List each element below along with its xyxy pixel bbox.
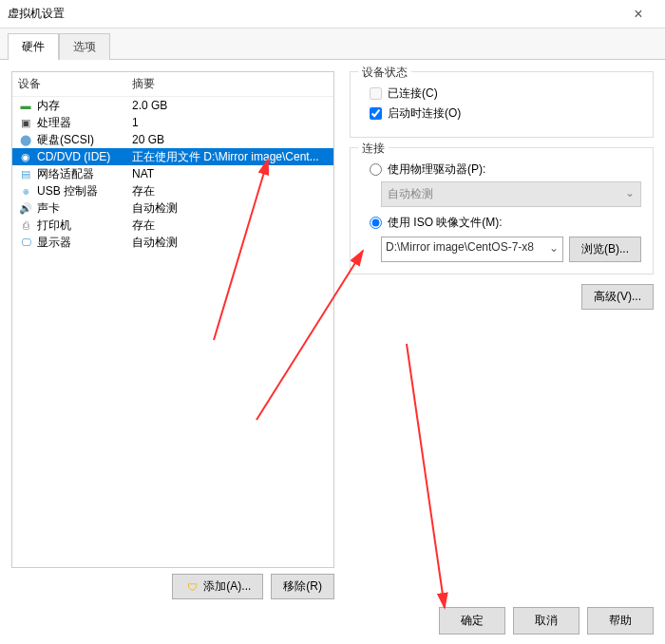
tab-hardware[interactable]: 硬件: [8, 33, 59, 60]
tab-strip: 硬件 选项: [0, 28, 665, 60]
device-list-header: 设备 摘要: [12, 72, 333, 97]
device-row[interactable]: ⎙打印机存在: [12, 217, 333, 234]
device-row[interactable]: ⬤硬盘(SCSI)20 GB: [12, 131, 333, 148]
device-name: 硬盘(SCSI): [37, 132, 94, 148]
connected-checkbox: [370, 87, 382, 100]
advanced-button[interactable]: 高级(V)...: [581, 284, 654, 310]
device-summary: 自动检测: [132, 200, 328, 217]
iso-path-value: D:\Mirror image\CentOS-7-x8: [386, 240, 534, 254]
connection-title: 连接: [358, 141, 389, 157]
shield-icon: 🛡: [184, 580, 200, 594]
device-name: CD/DVD (IDE): [37, 150, 110, 163]
col-device-header: 设备: [18, 76, 132, 92]
add-device-button[interactable]: 🛡 添加(A)...: [172, 574, 263, 599]
iso-path-combo[interactable]: D:\Mirror image\CentOS-7-x8 ⌄: [381, 237, 563, 262]
dialog-body: 设备 摘要 ▬内存2.0 GB▣处理器1⬤硬盘(SCSI)20 GB◉CD/DV…: [0, 60, 665, 611]
device-summary: 自动检测: [132, 235, 328, 251]
device-status-group: 设备状态 已连接(C) 启动时连接(O): [350, 71, 654, 138]
remove-device-button[interactable]: 移除(R): [271, 574, 334, 599]
device-name: 网络适配器: [37, 166, 94, 182]
nic-icon: ▤: [18, 167, 33, 180]
usb-icon: ⎈: [18, 184, 33, 198]
titlebar: 虚拟机设置 ×: [0, 0, 665, 28]
connect-at-poweron-checkbox[interactable]: [370, 107, 382, 120]
physical-drive-row[interactable]: 使用物理驱动器(P):: [370, 161, 641, 178]
sound-icon: 🔊: [18, 201, 33, 215]
memory-icon: ▬: [18, 99, 33, 112]
device-summary: NAT: [132, 167, 328, 180]
device-row[interactable]: 🔊声卡自动检测: [12, 199, 333, 217]
device-summary: 正在使用文件 D:\Mirror image\Cent...: [132, 149, 328, 165]
display-icon: 🖵: [18, 236, 33, 249]
iso-file-label: 使用 ISO 映像文件(M):: [388, 215, 503, 231]
device-name: 打印机: [37, 218, 71, 234]
add-device-label: 添加(A)...: [203, 578, 251, 595]
device-summary: 存在: [132, 183, 328, 199]
iso-path-row: D:\Mirror image\CentOS-7-x8 ⌄ 浏览(B)...: [381, 237, 641, 262]
connected-label: 已连接(C): [388, 85, 438, 102]
device-summary: 20 GB: [132, 133, 328, 146]
device-row[interactable]: ◉CD/DVD (IDE)正在使用文件 D:\Mirror image\Cent…: [12, 148, 333, 165]
disk-icon: ⬤: [18, 133, 33, 146]
device-summary: 1: [132, 116, 328, 129]
printer-icon: ⎙: [18, 218, 33, 232]
device-row[interactable]: 🖵显示器自动检测: [12, 234, 333, 251]
left-panel: 设备 摘要 ▬内存2.0 GB▣处理器1⬤硬盘(SCSI)20 GB◉CD/DV…: [11, 71, 334, 599]
device-list: 设备 摘要 ▬内存2.0 GB▣处理器1⬤硬盘(SCSI)20 GB◉CD/DV…: [11, 71, 334, 568]
help-button[interactable]: 帮助: [587, 607, 654, 635]
cd-icon: ◉: [18, 150, 33, 163]
physical-drive-value: 自动检测: [388, 186, 433, 202]
chevron-down-icon: ⌄: [625, 186, 635, 202]
device-row[interactable]: ▣处理器1: [12, 114, 333, 131]
cancel-button[interactable]: 取消: [513, 607, 580, 635]
advanced-row: 高级(V)...: [350, 284, 654, 310]
device-summary: 存在: [132, 218, 328, 234]
physical-drive-label: 使用物理驱动器(P):: [388, 161, 485, 178]
window-title: 虚拟机设置: [8, 6, 619, 22]
iso-file-radio[interactable]: [370, 217, 382, 229]
browse-button[interactable]: 浏览(B)...: [569, 237, 641, 262]
device-name: 声卡: [37, 200, 60, 217]
device-status-title: 设备状态: [358, 65, 411, 81]
col-summary-header: 摘要: [132, 76, 328, 92]
device-row[interactable]: ▤网络适配器NAT: [12, 165, 333, 182]
device-row[interactable]: ⎈USB 控制器存在: [12, 182, 333, 199]
dialog-footer: 确定 取消 帮助: [439, 607, 654, 635]
device-list-buttons: 🛡 添加(A)... 移除(R): [11, 574, 334, 599]
connect-at-poweron-label: 启动时连接(O): [388, 105, 461, 122]
device-summary: 2.0 GB: [132, 99, 328, 112]
device-name: 处理器: [37, 115, 71, 131]
chevron-down-icon: ⌄: [549, 241, 559, 255]
device-row[interactable]: ▬内存2.0 GB: [12, 97, 333, 114]
right-panel: 设备状态 已连接(C) 启动时连接(O) 连接 使用物理驱动器(P): 自动检测…: [350, 71, 654, 599]
tab-options[interactable]: 选项: [59, 33, 110, 60]
device-name: 内存: [37, 98, 60, 114]
cpu-icon: ▣: [18, 116, 33, 129]
connected-checkbox-row[interactable]: 已连接(C): [370, 85, 641, 102]
ok-button[interactable]: 确定: [439, 607, 505, 635]
connection-group: 连接 使用物理驱动器(P): 自动检测 ⌄ 使用 ISO 映像文件(M): D:…: [350, 147, 654, 275]
connect-at-poweron-row[interactable]: 启动时连接(O): [370, 105, 641, 122]
iso-file-row[interactable]: 使用 ISO 映像文件(M):: [370, 215, 641, 231]
close-icon[interactable]: ×: [619, 6, 657, 23]
device-name: USB 控制器: [37, 183, 98, 199]
physical-drive-select: 自动检测 ⌄: [381, 181, 641, 207]
physical-drive-radio[interactable]: [370, 163, 382, 176]
device-name: 显示器: [37, 235, 71, 251]
